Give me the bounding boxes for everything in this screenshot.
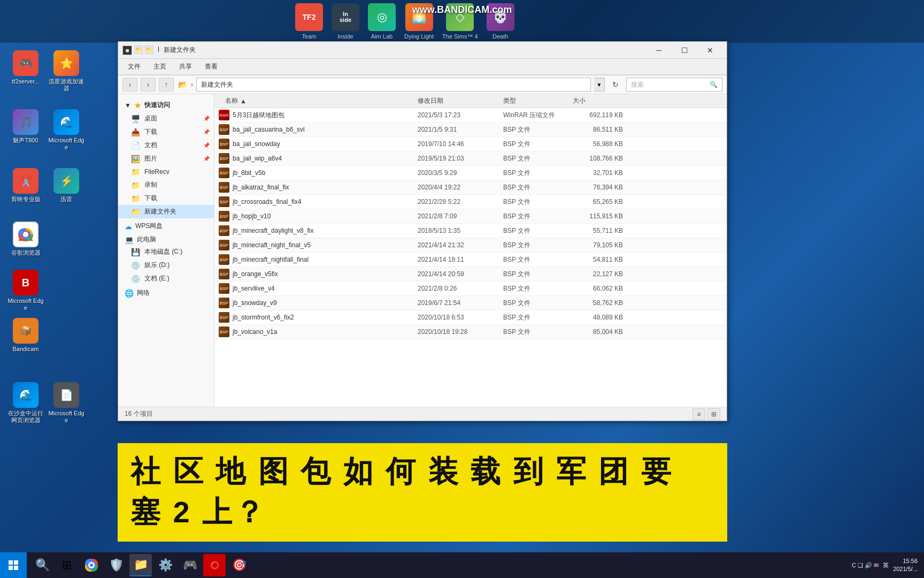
network-header[interactable]: 🌐 网络 <box>118 285 214 299</box>
taskbar-clock[interactable]: 15:56 2021/5/... <box>893 557 918 574</box>
sidebar-item-filerecv[interactable]: 📁 FileRecv <box>118 165 214 178</box>
table-row[interactable]: BSP jb_stormfront_v6_fix2 2020/10/18 6:5… <box>214 310 727 325</box>
col-size-header[interactable]: 大小 <box>573 96 632 105</box>
table-row[interactable]: BSP jb_crossroads_final_fix4 2021/2/28 5… <box>214 195 727 209</box>
desktop-icon-chrome[interactable]: 谷歌浏览器 <box>4 219 47 258</box>
sidebar-item-record[interactable]: 📁 录制 <box>118 178 214 192</box>
desktop-icon-msedge[interactable]: 🌊 Microsoft Edge <box>45 107 88 153</box>
drive-e-icon: 💿 <box>131 275 140 283</box>
forward-button[interactable]: › <box>141 78 156 92</box>
table-row[interactable]: RAR 5月3日越狱地图包 2021/5/3 17:23 WinRAR 压缩文件… <box>214 108 727 123</box>
bsp-file-icon: BSP <box>219 326 229 337</box>
sidebar-item-docs[interactable]: 📄 文档 📌 <box>118 139 214 152</box>
top-app-aimlab[interactable]: ◎ Aim Lab <box>368 3 396 40</box>
bandicam-icon: B <box>13 270 38 295</box>
search-bar[interactable]: 搜索 🔍 <box>626 78 722 92</box>
path-arrow: › <box>191 81 193 88</box>
table-row[interactable]: BSP jb_minecraft_nightfall_final 2021/4/… <box>214 253 727 267</box>
menu-home[interactable]: 主页 <box>148 60 172 73</box>
clock-date: 2021/5/... <box>893 565 918 573</box>
file-size: 115,915 KB <box>573 212 632 220</box>
quick-access-header[interactable]: ▼ ★ 快速访问 <box>118 98 214 112</box>
menu-file[interactable]: 文件 <box>122 60 146 73</box>
taskbar-bandicam-tb[interactable]: ⭕ <box>203 554 226 576</box>
file-date: 2020/10/18 19:28 <box>418 328 503 336</box>
desktop-icon-xunlei[interactable]: ⚡ 迅雷 <box>45 166 88 205</box>
close-button[interactable]: ✕ <box>698 42 722 59</box>
top-app-sims4[interactable]: ◇ The Sims™ 4 <box>442 3 478 40</box>
top-app-death[interactable]: 💀 Death <box>487 3 514 40</box>
details-view-button[interactable]: ⊞ <box>707 408 720 420</box>
col-date-header[interactable]: 修改日期 <box>418 96 503 105</box>
file-size: 55,711 KB <box>573 227 632 234</box>
minimize-button[interactable]: ─ <box>646 42 671 59</box>
msedge-icon: 🌊 <box>53 109 79 135</box>
thispc-header[interactable]: 💻 此电脑 <box>118 232 214 245</box>
refresh-button[interactable]: ↻ <box>608 78 623 92</box>
sidebar-item-newfolder[interactable]: 📁 新建文件夹 <box>118 205 214 218</box>
taskbar-settings[interactable]: ⚙️ <box>154 554 176 576</box>
list-view-button[interactable]: ≡ <box>692 408 705 420</box>
desktop-icon-speedbooster[interactable]: ⭐ 流星游戏加速器 <box>45 48 88 94</box>
sidebar-item-download2[interactable]: 📁 下载 <box>118 192 214 205</box>
menu-view[interactable]: 查看 <box>199 60 223 73</box>
pin-icon-desktop: 📌 <box>203 116 210 121</box>
top-app-team[interactable]: TF2 Team <box>295 3 323 40</box>
taskbar-search[interactable]: 🔍 <box>31 554 53 576</box>
path-bar[interactable]: 新建文件夹 <box>196 78 591 92</box>
reload-icon: 📄 <box>53 382 79 408</box>
col-name-header[interactable]: 名称 ▲ <box>214 96 418 105</box>
table-row[interactable]: BSP jb_snowday_v9 2019/6/7 21:54 BSP 文件 … <box>214 296 727 310</box>
sidebar-item-d[interactable]: 💿 娱乐 (D:) <box>118 258 214 272</box>
desktop-icon-jianying[interactable]: ✂️ 剪映专业版 <box>4 166 47 205</box>
taskbar-tasklist[interactable]: ⊞ <box>56 554 78 576</box>
desktop-icon-msedge2[interactable]: 🌊 在沙盒中运行网页浏览器 <box>4 380 47 426</box>
file-type: BSP 文件 <box>503 125 573 134</box>
path-dropdown[interactable]: ▼ <box>594 78 605 92</box>
top-app-dyinglight[interactable]: 🌅 Dying Light <box>404 3 434 40</box>
ribbon: 文件 主页 共享 查看 <box>118 59 727 75</box>
sidebar-item-pics[interactable]: 🖼️ 图片 📌 <box>118 152 214 165</box>
svg-rect-4 <box>14 560 18 565</box>
taskbar-shield[interactable]: 🛡️ <box>105 554 127 576</box>
sidebar-item-e[interactable]: 💿 文档 (E:) <box>118 272 214 285</box>
sidebar-item-download[interactable]: 📥 下载 📌 <box>118 125 214 139</box>
top-app-inside[interactable]: Inside Inside <box>332 3 359 40</box>
table-row[interactable]: BSP jb_minecraft_night_final_v5 2021/4/1… <box>214 238 727 253</box>
taskbar-chrome-icon[interactable] <box>80 554 103 576</box>
taskbar-game1[interactable]: 🎮 <box>179 554 201 576</box>
jianying-icon: ✂️ <box>13 168 38 194</box>
desktop-icon-tf2server[interactable]: 🎮 tf2server... <box>4 48 47 87</box>
desktop-icon-reload[interactable]: 📄 Microsoft Edge <box>45 380 88 426</box>
desktop-icon-bandicam[interactable]: B Microsoft Edge <box>4 268 47 314</box>
titlebar-icon-3: 📁 <box>145 45 153 54</box>
table-row[interactable]: BSP jb_alkatraz_final_fix 2020/4/4 19:22… <box>214 180 727 195</box>
col-type-header[interactable]: 类型 <box>503 96 573 105</box>
maximize-button[interactable]: ☐ <box>672 42 697 59</box>
file-date: 2021/2/28 5:22 <box>418 198 503 206</box>
sidebar-item-c[interactable]: 💾 本地磁盘 (C:) <box>118 245 214 258</box>
tray-icons: C ❑ 🔊 ✉ <box>852 562 879 569</box>
table-row[interactable]: BSP jb_volcano_v1a 2020/10/18 19:28 BSP … <box>214 325 727 339</box>
table-row[interactable]: BSP ba_jail_casuarina_b6_svl 2021/1/5 9:… <box>214 123 727 137</box>
table-row[interactable]: BSP jb_hopjb_v10 2021/2/8 7:09 BSP 文件 11… <box>214 209 727 224</box>
menu-share[interactable]: 共享 <box>174 60 197 73</box>
table-row[interactable]: BSP ba_jail_wip_a6v4 2019/5/19 21:03 BSP… <box>214 151 727 166</box>
up-button[interactable]: ↑ <box>159 78 174 92</box>
taskbar-extra[interactable]: 🎯 <box>228 554 250 576</box>
desktop-icon-meiT800[interactable]: 🎵 魅声T800 <box>4 107 47 146</box>
file-date: 2021/4/14 21:32 <box>418 241 503 249</box>
desktop-icon-sandbox[interactable]: 📦 Bandicam <box>4 316 47 355</box>
table-row[interactable]: BSP jb_minecraft_daylight_v8_fix 2018/5/… <box>214 224 727 238</box>
table-row[interactable]: BSP jb_servilive_v4 2021/2/8 0:26 BSP 文件… <box>214 282 727 296</box>
sidebar-item-desktop[interactable]: 🖥️ 桌面 📌 <box>118 112 214 125</box>
search-placeholder: 搜索 <box>631 80 644 89</box>
table-row[interactable]: BSP jb_8bit_v5b 2020/3/5 9:29 BSP 文件 32,… <box>214 166 727 180</box>
start-button[interactable] <box>0 552 27 578</box>
wps-header[interactable]: ☁ WPS网盘 <box>118 218 214 232</box>
table-row[interactable]: BSP jb_orange_v5fix 2021/4/14 20:59 BSP … <box>214 267 727 282</box>
taskbar-folder[interactable]: 📁 <box>129 554 152 576</box>
sims4-icon: ◇ <box>446 3 474 31</box>
table-row[interactable]: BSP ba_jail_snowday 2019/7/10 14:46 BSP … <box>214 137 727 151</box>
back-button[interactable]: ‹ <box>122 78 137 92</box>
